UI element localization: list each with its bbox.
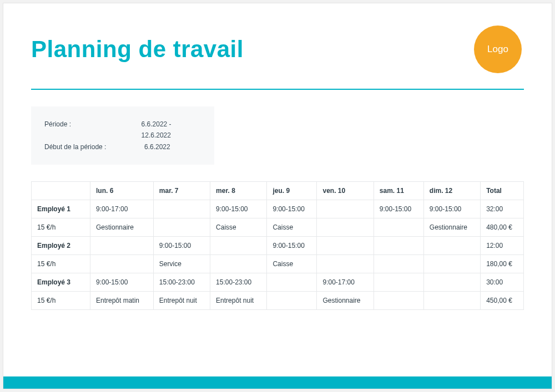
period-start-row: Début de la période : 6.6.2022 xyxy=(44,141,201,152)
cell-hours: 9:00-15:00 xyxy=(423,200,480,218)
cell-role xyxy=(90,255,154,273)
cell-role xyxy=(374,218,423,237)
col-wed: mer. 8 xyxy=(210,182,267,200)
page: Planning de travail Logo Période : 6.6.2… xyxy=(3,3,552,389)
cell-hours: 9:00-15:00 xyxy=(210,200,267,218)
table-row: 15 €/h Gestionnaire Caisse Caisse Gestio… xyxy=(32,218,524,237)
table-row: 15 €/h Entrepôt matin Entrepôt nuit Entr… xyxy=(32,292,524,310)
employee-rate: 15 €/h xyxy=(32,255,90,273)
cell-total-hours: 30:00 xyxy=(481,273,524,292)
cell-role xyxy=(317,218,374,237)
cell-hours: 9:00-15:00 xyxy=(153,237,210,255)
col-tue: mar. 7 xyxy=(153,182,210,200)
period-box: Période : 6.6.2022 - 12.6.2022 Début de … xyxy=(31,106,214,165)
col-mon: lun. 6 xyxy=(90,182,154,200)
cell-hours xyxy=(423,273,480,292)
cell-role xyxy=(374,292,423,310)
cell-role xyxy=(210,255,267,273)
cell-role xyxy=(317,255,374,273)
period-label: Période : xyxy=(44,119,142,141)
cell-hours xyxy=(317,237,374,255)
logo-text: Logo xyxy=(487,44,508,55)
cell-total-pay: 480,00 € xyxy=(481,218,524,237)
table-row: Employé 3 9:00-15:00 15:00-23:00 15:00-2… xyxy=(32,273,524,292)
table-body: Employé 1 9:00-17:00 9:00-15:00 9:00-15:… xyxy=(32,200,524,310)
cell-total-pay: 450,00 € xyxy=(481,292,524,310)
cell-hours: 15:00-23:00 xyxy=(210,273,267,292)
table-row: Employé 1 9:00-17:00 9:00-15:00 9:00-15:… xyxy=(32,200,524,218)
cell-role xyxy=(153,218,210,237)
cell-role: Entrepôt nuit xyxy=(153,292,210,310)
period-value: 6.6.2022 - 12.6.2022 xyxy=(142,119,201,141)
cell-hours xyxy=(90,237,154,255)
col-fri: ven. 10 xyxy=(317,182,374,200)
col-sat: sam. 11 xyxy=(374,182,423,200)
footer-bar xyxy=(3,376,552,389)
col-empty xyxy=(32,182,90,200)
page-title: Planning de travail xyxy=(31,36,244,63)
period-start-label: Début de la période : xyxy=(44,141,144,152)
cell-role: Service xyxy=(153,255,210,273)
cell-role: Caisse xyxy=(210,218,267,237)
cell-role xyxy=(267,292,317,310)
cell-total-hours: 32:00 xyxy=(481,200,524,218)
cell-hours xyxy=(210,237,267,255)
cell-role xyxy=(423,255,480,273)
logo-badge: Logo xyxy=(474,26,522,73)
cell-hours xyxy=(267,273,317,292)
cell-total-hours: 12:00 xyxy=(481,237,524,255)
cell-hours xyxy=(423,237,480,255)
cell-role: Entrepôt matin xyxy=(90,292,154,310)
col-sun: dim. 12 xyxy=(423,182,480,200)
cell-hours: 9:00-15:00 xyxy=(267,237,317,255)
cell-hours: 15:00-23:00 xyxy=(153,273,210,292)
cell-role: Caisse xyxy=(267,218,317,237)
employee-rate: 15 €/h xyxy=(32,218,90,237)
header-row: Planning de travail Logo xyxy=(31,26,524,73)
schedule-table-wrap: lun. 6 mar. 7 mer. 8 jeu. 9 ven. 10 sam.… xyxy=(31,181,524,310)
cell-role: Gestionnaire xyxy=(90,218,154,237)
cell-hours: 9:00-17:00 xyxy=(317,273,374,292)
cell-hours: 9:00-17:00 xyxy=(90,200,154,218)
cell-total-pay: 180,00 € xyxy=(481,255,524,273)
employee-name: Employé 1 xyxy=(32,200,90,218)
employee-name: Employé 2 xyxy=(32,237,90,255)
col-thu: jeu. 9 xyxy=(267,182,317,200)
cell-hours xyxy=(153,200,210,218)
divider xyxy=(31,89,524,90)
cell-role: Caisse xyxy=(267,255,317,273)
period-row: Période : 6.6.2022 - 12.6.2022 xyxy=(44,119,201,141)
table-row: 15 €/h Service Caisse 180,00 € xyxy=(32,255,524,273)
cell-role: Gestionnaire xyxy=(423,218,480,237)
cell-role xyxy=(423,292,480,310)
cell-hours xyxy=(374,237,423,255)
table-header-row: lun. 6 mar. 7 mer. 8 jeu. 9 ven. 10 sam.… xyxy=(32,182,524,200)
content-area: Planning de travail Logo Période : 6.6.2… xyxy=(3,3,552,310)
cell-role: Entrepôt nuit xyxy=(210,292,267,310)
cell-role: Gestionnaire xyxy=(317,292,374,310)
cell-role xyxy=(374,255,423,273)
col-total: Total xyxy=(481,182,524,200)
cell-hours xyxy=(317,200,374,218)
schedule-table: lun. 6 mar. 7 mer. 8 jeu. 9 ven. 10 sam.… xyxy=(31,181,524,310)
employee-rate: 15 €/h xyxy=(32,292,90,310)
cell-hours: 9:00-15:00 xyxy=(374,200,423,218)
cell-hours: 9:00-15:00 xyxy=(90,273,154,292)
period-start-value: 6.6.2022 xyxy=(144,141,170,152)
employee-name: Employé 3 xyxy=(32,273,90,292)
cell-hours xyxy=(374,273,423,292)
table-row: Employé 2 9:00-15:00 9:00-15:00 12:00 xyxy=(32,237,524,255)
cell-hours: 9:00-15:00 xyxy=(267,200,317,218)
